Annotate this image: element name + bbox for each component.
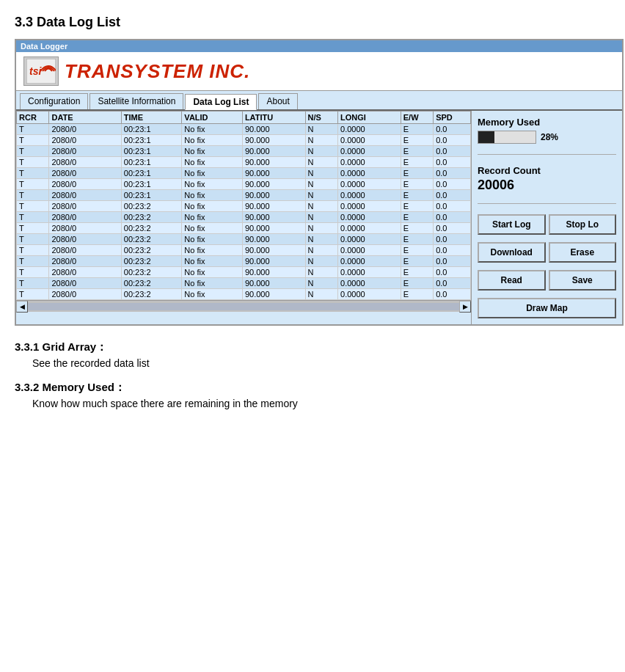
table-row: T2080/000:23:1No fix90.000N0.0000E0.0 (17, 124, 471, 135)
subsection1-title: 3.3.1 Grid Array： (15, 340, 610, 354)
table-row: T2080/000:23:2No fix90.000N0.0000E0.0 (17, 245, 471, 256)
table-row: T2080/000:23:1No fix90.000N0.0000E0.0 (17, 157, 471, 168)
table-row: T2080/000:23:1No fix90.000N0.0000E0.0 (17, 190, 471, 201)
table-row: T2080/000:23:2No fix90.000N0.0000E0.0 (17, 278, 471, 289)
stop-log-button[interactable]: Stop Lo (549, 214, 617, 235)
scroll-track[interactable] (28, 303, 459, 310)
content-area: RCR DATE TIME VALID LATITU N/S LONGI E/W… (16, 111, 622, 324)
table-row: T2080/000:23:1No fix90.000N0.0000E0.0 (17, 179, 471, 190)
tabs-bar: Configuration Satellite Information Data… (16, 91, 622, 111)
col-header-ns: N/S (305, 112, 337, 124)
col-header-rcr: RCR (17, 112, 49, 124)
erase-button[interactable]: Erase (549, 242, 617, 263)
page-title: 3.3 Data Log List (15, 15, 610, 30)
col-header-time: TIME (121, 112, 182, 124)
col-header-spd: SPD (434, 112, 471, 124)
read-button[interactable]: Read (478, 270, 546, 291)
grid-section: RCR DATE TIME VALID LATITU N/S LONGI E/W… (16, 111, 472, 324)
table-row: T2080/000:23:2No fix90.000N0.0000E0.0 (17, 267, 471, 278)
tab-satellite[interactable]: Satellite Information (89, 93, 183, 109)
tab-about[interactable]: About (258, 93, 297, 109)
col-header-lat: LATITU (242, 112, 305, 124)
title-bar: Data Logger (16, 40, 622, 52)
memory-bar-bg (478, 131, 536, 144)
record-section: Record Count 20006 (478, 165, 616, 193)
logo-area: tsi TRANSYSTEM INC. (16, 52, 622, 91)
table-row: T2080/000:23:2No fix90.000N0.0000E0.0 (17, 201, 471, 212)
btn-row-read-save: Read Save (478, 270, 616, 291)
tab-datalog[interactable]: Data Log List (185, 94, 257, 110)
start-log-button[interactable]: Start Log (478, 214, 546, 235)
table-row: T2080/000:23:1No fix90.000N0.0000E0.0 (17, 146, 471, 157)
record-count-label: Record Count (478, 165, 616, 176)
bottom-section: 3.3.1 Grid Array： See the recorded data … (15, 340, 610, 409)
separator-2 (478, 203, 616, 204)
save-button[interactable]: Save (549, 270, 617, 291)
memory-used-label: Memory Used (478, 117, 616, 128)
subsection2-body: Know how much space there are remaining … (32, 398, 610, 409)
col-header-valid: VALID (182, 112, 243, 124)
horizontal-scrollbar[interactable]: ◀ ▶ (16, 300, 471, 312)
col-header-ew: E/W (401, 112, 433, 124)
data-table: RCR DATE TIME VALID LATITU N/S LONGI E/W… (16, 111, 471, 300)
table-row: T2080/000:23:2No fix90.000N0.0000E0.0 (17, 256, 471, 267)
logo-icon: tsi (23, 56, 59, 86)
table-row: T2080/000:23:2No fix90.000N0.0000E0.0 (17, 234, 471, 245)
table-row: T2080/000:23:2No fix90.000N0.0000E0.0 (17, 212, 471, 223)
col-header-lon: LONGI (338, 112, 401, 124)
table-row: T2080/000:23:2No fix90.000N0.0000E0.0 (17, 223, 471, 234)
title-bar-label: Data Logger (21, 42, 67, 51)
subsection2-title: 3.3.2 Memory Used： (15, 381, 610, 395)
memory-section: Memory Used 28% (478, 117, 616, 144)
btn-row-start-stop: Start Log Stop Lo (478, 214, 616, 235)
tab-configuration[interactable]: Configuration (20, 93, 88, 109)
logo-text: TRANSYSTEM INC. (65, 60, 250, 83)
col-header-date: DATE (49, 112, 121, 124)
table-row: T2080/000:23:1No fix90.000N0.0000E0.0 (17, 135, 471, 146)
btn-row-draw-map: Draw Map (478, 298, 616, 318)
btn-row-download-erase: Download Erase (478, 242, 616, 263)
svg-text:tsi: tsi (29, 65, 42, 77)
table-row: T2080/000:23:1No fix90.000N0.0000E0.0 (17, 168, 471, 179)
download-button[interactable]: Download (478, 242, 546, 263)
separator-1 (478, 154, 616, 155)
memory-bar-fill (478, 131, 494, 143)
memory-bar-container: 28% (478, 131, 616, 144)
record-count-value: 20006 (478, 178, 616, 193)
table-row: T2080/000:23:2No fix90.000N0.0000E0.0 (17, 289, 471, 300)
app-window: Data Logger tsi TRANSYSTEM INC. Configur… (15, 39, 624, 326)
scroll-left-arrow[interactable]: ◀ (16, 301, 28, 313)
subsection1-body: See the recorded data list (32, 357, 610, 369)
right-panel: Memory Used 28% Record Count 20006 Start… (472, 111, 622, 324)
draw-map-button[interactable]: Draw Map (478, 298, 616, 318)
memory-percent-label: 28% (541, 132, 558, 142)
scroll-right-arrow[interactable]: ▶ (459, 301, 471, 313)
